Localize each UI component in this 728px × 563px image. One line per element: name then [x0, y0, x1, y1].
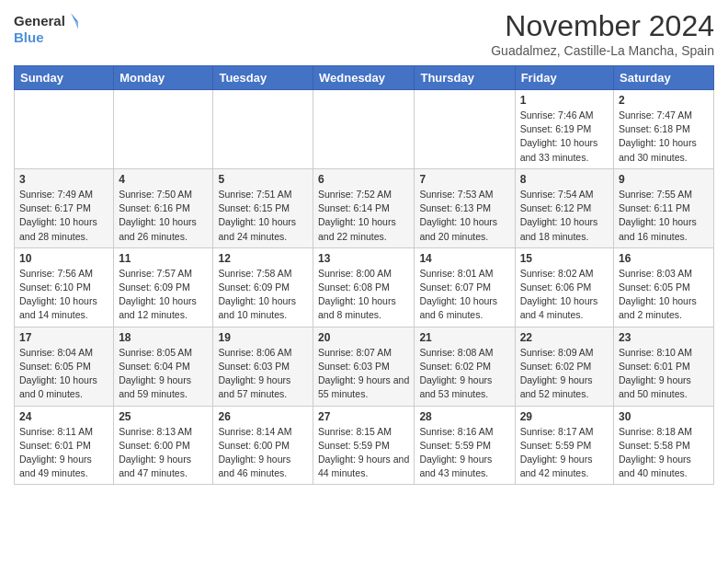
- day-number: 29: [520, 410, 609, 423]
- day-info: Sunrise: 7:51 AMSunset: 6:15 PMDaylight:…: [218, 188, 308, 244]
- day-number: 9: [619, 173, 709, 186]
- calendar-cell: 13Sunrise: 8:00 AMSunset: 6:08 PMDayligh…: [313, 247, 415, 327]
- calendar-body: 1Sunrise: 7:46 AMSunset: 6:19 PMDaylight…: [15, 90, 714, 485]
- day-number: 12: [218, 252, 308, 265]
- day-info: Sunrise: 7:46 AMSunset: 6:19 PMDaylight:…: [520, 109, 609, 165]
- calendar-cell: 28Sunrise: 8:16 AMSunset: 5:59 PMDayligh…: [415, 406, 515, 485]
- day-number: 1: [520, 94, 609, 107]
- calendar-cell: 11Sunrise: 7:57 AMSunset: 6:09 PMDayligh…: [114, 247, 213, 327]
- header: General Blue November 2024 Guadalmez, Ca…: [14, 9, 714, 58]
- day-number: 4: [119, 173, 208, 186]
- day-info: Sunrise: 8:03 AMSunset: 6:05 PMDaylight:…: [619, 267, 709, 323]
- day-number: 2: [619, 94, 709, 107]
- calendar-cell: 17Sunrise: 8:04 AMSunset: 6:05 PMDayligh…: [15, 327, 114, 406]
- day-number: 16: [619, 252, 709, 265]
- header-thursday: Thursday: [415, 66, 515, 90]
- day-info: Sunrise: 8:04 AMSunset: 6:05 PMDaylight:…: [19, 346, 108, 402]
- calendar-cell: 5Sunrise: 7:51 AMSunset: 6:15 PMDaylight…: [213, 168, 313, 247]
- header-saturday: Saturday: [614, 66, 714, 90]
- title-section: November 2024 Guadalmez, Castille-La Man…: [491, 9, 714, 58]
- calendar-cell: 26Sunrise: 8:14 AMSunset: 6:00 PMDayligh…: [213, 406, 313, 485]
- calendar-cell: 8Sunrise: 7:54 AMSunset: 6:12 PMDaylight…: [515, 168, 613, 247]
- day-info: Sunrise: 8:17 AMSunset: 5:59 PMDaylight:…: [520, 425, 609, 481]
- day-info: Sunrise: 8:11 AMSunset: 6:01 PMDaylight:…: [19, 425, 108, 481]
- day-number: 17: [19, 331, 108, 344]
- day-info: Sunrise: 8:15 AMSunset: 5:59 PMDaylight:…: [318, 425, 409, 481]
- day-number: 3: [19, 173, 108, 186]
- calendar-cell: 9Sunrise: 7:55 AMSunset: 6:11 PMDaylight…: [614, 168, 714, 247]
- calendar-cell: 2Sunrise: 7:47 AMSunset: 6:18 PMDaylight…: [614, 90, 714, 169]
- subtitle: Guadalmez, Castille-La Mancha, Spain: [491, 43, 714, 58]
- calendar-week-1: 1Sunrise: 7:46 AMSunset: 6:19 PMDaylight…: [15, 90, 714, 169]
- day-info: Sunrise: 8:07 AMSunset: 6:03 PMDaylight:…: [318, 346, 409, 402]
- calendar-header-row: Sunday Monday Tuesday Wednesday Thursday…: [15, 66, 714, 90]
- day-info: Sunrise: 8:00 AMSunset: 6:08 PMDaylight:…: [318, 267, 409, 323]
- calendar-cell: 21Sunrise: 8:08 AMSunset: 6:02 PMDayligh…: [415, 327, 515, 406]
- day-number: 28: [419, 410, 509, 423]
- day-info: Sunrise: 7:52 AMSunset: 6:14 PMDaylight:…: [318, 188, 409, 244]
- day-info: Sunrise: 7:47 AMSunset: 6:18 PMDaylight:…: [619, 109, 709, 165]
- day-info: Sunrise: 8:01 AMSunset: 6:07 PMDaylight:…: [419, 267, 509, 323]
- month-title: November 2024: [491, 9, 714, 43]
- day-info: Sunrise: 7:54 AMSunset: 6:12 PMDaylight:…: [520, 188, 609, 244]
- day-number: 7: [419, 173, 509, 186]
- calendar-cell: 6Sunrise: 7:52 AMSunset: 6:14 PMDaylight…: [313, 168, 415, 247]
- calendar-cell: 12Sunrise: 7:58 AMSunset: 6:09 PMDayligh…: [213, 247, 313, 327]
- calendar-week-5: 24Sunrise: 8:11 AMSunset: 6:01 PMDayligh…: [15, 406, 714, 485]
- day-number: 14: [419, 252, 509, 265]
- calendar-cell: [15, 90, 114, 169]
- logo-svg: General Blue: [14, 9, 78, 48]
- day-info: Sunrise: 7:55 AMSunset: 6:11 PMDaylight:…: [619, 188, 709, 244]
- svg-text:General: General: [14, 13, 65, 29]
- day-number: 23: [619, 331, 709, 344]
- day-info: Sunrise: 7:49 AMSunset: 6:17 PMDaylight:…: [19, 188, 108, 244]
- day-number: 25: [119, 410, 208, 423]
- calendar-cell: [313, 90, 415, 169]
- day-info: Sunrise: 8:06 AMSunset: 6:03 PMDaylight:…: [218, 346, 308, 402]
- day-info: Sunrise: 7:56 AMSunset: 6:10 PMDaylight:…: [19, 267, 108, 323]
- day-number: 5: [218, 173, 308, 186]
- day-number: 19: [218, 331, 308, 344]
- calendar-week-3: 10Sunrise: 7:56 AMSunset: 6:10 PMDayligh…: [15, 247, 714, 327]
- day-info: Sunrise: 8:14 AMSunset: 6:00 PMDaylight:…: [218, 425, 308, 481]
- calendar-cell: 25Sunrise: 8:13 AMSunset: 6:00 PMDayligh…: [114, 406, 213, 485]
- day-info: Sunrise: 7:53 AMSunset: 6:13 PMDaylight:…: [419, 188, 509, 244]
- day-info: Sunrise: 8:13 AMSunset: 6:00 PMDaylight:…: [119, 425, 208, 481]
- day-info: Sunrise: 8:16 AMSunset: 5:59 PMDaylight:…: [419, 425, 509, 481]
- calendar-week-2: 3Sunrise: 7:49 AMSunset: 6:17 PMDaylight…: [15, 168, 714, 247]
- day-number: 15: [520, 252, 609, 265]
- calendar-week-4: 17Sunrise: 8:04 AMSunset: 6:05 PMDayligh…: [15, 327, 714, 406]
- calendar-table: Sunday Monday Tuesday Wednesday Thursday…: [14, 65, 714, 485]
- calendar-cell: 20Sunrise: 8:07 AMSunset: 6:03 PMDayligh…: [313, 327, 415, 406]
- calendar-cell: [114, 90, 213, 169]
- calendar-cell: 23Sunrise: 8:10 AMSunset: 6:01 PMDayligh…: [614, 327, 714, 406]
- calendar-cell: 4Sunrise: 7:50 AMSunset: 6:16 PMDaylight…: [114, 168, 213, 247]
- calendar-cell: 16Sunrise: 8:03 AMSunset: 6:05 PMDayligh…: [614, 247, 714, 327]
- calendar-cell: 14Sunrise: 8:01 AMSunset: 6:07 PMDayligh…: [415, 247, 515, 327]
- day-info: Sunrise: 8:18 AMSunset: 5:58 PMDaylight:…: [619, 425, 709, 481]
- day-info: Sunrise: 7:57 AMSunset: 6:09 PMDaylight:…: [119, 267, 208, 323]
- day-number: 8: [520, 173, 609, 186]
- logo: General Blue: [14, 9, 78, 48]
- calendar-cell: 19Sunrise: 8:06 AMSunset: 6:03 PMDayligh…: [213, 327, 313, 406]
- day-number: 11: [119, 252, 208, 265]
- day-number: 20: [318, 331, 409, 344]
- header-monday: Monday: [114, 66, 213, 90]
- calendar-cell: 30Sunrise: 8:18 AMSunset: 5:58 PMDayligh…: [614, 406, 714, 485]
- day-number: 26: [218, 410, 308, 423]
- day-info: Sunrise: 8:05 AMSunset: 6:04 PMDaylight:…: [119, 346, 208, 402]
- day-info: Sunrise: 7:58 AMSunset: 6:09 PMDaylight:…: [218, 267, 308, 323]
- header-tuesday: Tuesday: [213, 66, 313, 90]
- calendar-cell: 10Sunrise: 7:56 AMSunset: 6:10 PMDayligh…: [15, 247, 114, 327]
- header-sunday: Sunday: [15, 66, 114, 90]
- day-info: Sunrise: 8:02 AMSunset: 6:06 PMDaylight:…: [520, 267, 609, 323]
- day-info: Sunrise: 7:50 AMSunset: 6:16 PMDaylight:…: [119, 188, 208, 244]
- day-number: 22: [520, 331, 609, 344]
- day-number: 30: [619, 410, 709, 423]
- calendar-cell: [415, 90, 515, 169]
- day-info: Sunrise: 8:10 AMSunset: 6:01 PMDaylight:…: [619, 346, 709, 402]
- day-number: 10: [19, 252, 108, 265]
- calendar-cell: 29Sunrise: 8:17 AMSunset: 5:59 PMDayligh…: [515, 406, 613, 485]
- calendar-cell: 22Sunrise: 8:09 AMSunset: 6:02 PMDayligh…: [515, 327, 613, 406]
- page-container: General Blue November 2024 Guadalmez, Ca…: [0, 0, 728, 494]
